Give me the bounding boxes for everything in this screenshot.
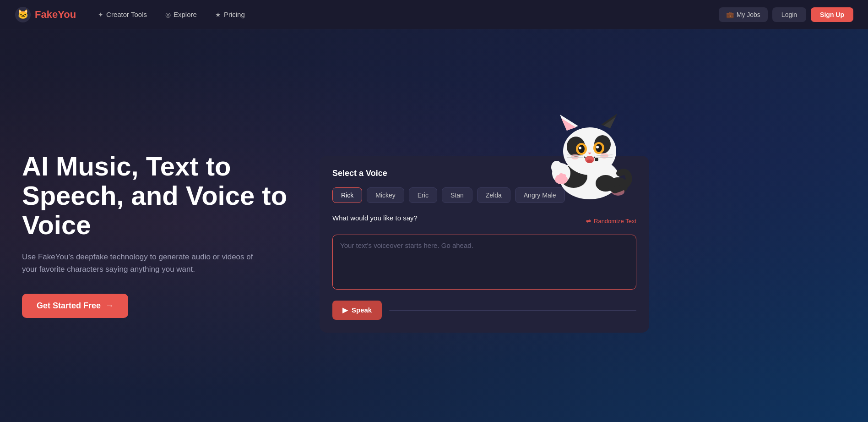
login-button[interactable]: Login [772,7,806,22]
hero-title: AI Music, Text to Speech, and Voice to V… [22,152,320,239]
randomize-button[interactable]: ⇌ Randomize Text [586,218,636,225]
main-nav: ✦ Creator Tools ◎ Explore ★ Pricing [91,7,719,22]
svg-point-18 [571,154,579,159]
svg-point-35 [595,158,598,161]
svg-text:🐱: 🐱 [17,9,29,20]
hero-subtitle: Use FakeYou's deepfake technology to gen… [22,251,260,275]
nav-explore[interactable]: ◎ Explore [158,7,204,22]
nav-pricing[interactable]: ★ Pricing [208,7,252,22]
explore-icon: ◎ [165,11,171,18]
get-started-button[interactable]: Get Started Free → [22,294,128,318]
svg-line-26 [597,157,613,158]
svg-point-32 [559,173,564,177]
panel-footer: ▶ Speak [332,301,636,320]
hero-section: AI Music, Text to Speech, and Voice to V… [0,29,868,422]
logo-text: FakeYou [35,9,76,21]
svg-point-22 [586,159,593,163]
creator-tools-icon: ✦ [98,11,103,18]
voice-btn-stan[interactable]: Stan [442,187,472,203]
signup-button[interactable]: Sign Up [811,7,853,22]
arrow-icon: → [105,301,114,311]
play-icon: ▶ [342,306,348,314]
audio-progress-bar [389,310,636,311]
voice-btn-mickey[interactable]: Mickey [367,187,404,203]
my-jobs-button[interactable]: 💼 My Jobs [719,7,768,22]
mascot-container [521,105,649,206]
voice-btn-zelda[interactable]: Zelda [477,187,510,203]
shuffle-icon: ⇌ [586,218,591,225]
hero-left: AI Music, Text to Speech, and Voice to V… [22,133,320,318]
briefcase-icon: 💼 [726,11,734,18]
randomize-row: What would you like to say? ⇌ Randomize … [332,214,636,228]
nav-creator-tools[interactable]: ✦ Creator Tools [91,7,154,22]
logo-icon: 🐱 [15,6,31,23]
svg-point-16 [579,147,581,149]
navbar: 🐱 FakeYou ✦ Creator Tools ◎ Explore ★ Pr… [0,0,868,29]
svg-line-24 [567,157,583,158]
speak-button[interactable]: ▶ Speak [332,301,382,320]
logo-link[interactable]: 🐱 FakeYou [15,6,76,23]
panel-subtitle: What would you like to say? [332,214,418,222]
svg-point-17 [596,146,599,148]
navbar-actions: 💼 My Jobs Login Sign Up [719,7,853,22]
svg-point-28 [551,161,562,174]
mascot-image [530,105,649,202]
voice-text-input[interactable] [332,235,636,290]
voice-btn-rick[interactable]: Rick [332,187,362,203]
hero-right: Select a Voice Rick Mickey Eric Stan Zel… [320,119,649,333]
voice-btn-eric[interactable]: Eric [409,187,437,203]
pricing-icon: ★ [215,11,221,18]
